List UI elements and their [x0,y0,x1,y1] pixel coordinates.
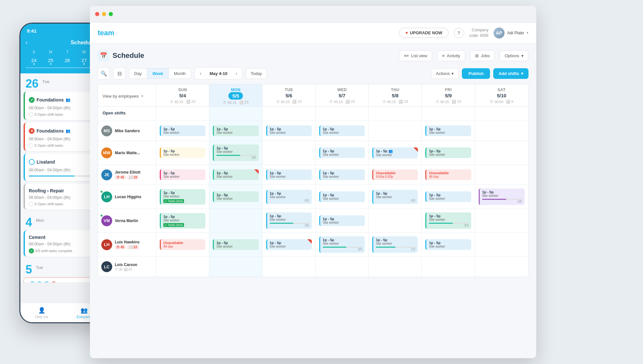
help-icon[interactable]: ? [454,28,464,38]
today-button[interactable]: Today [246,68,267,79]
jerome-tue: 1p - 5p Site worker [263,165,316,185]
shift-card[interactable]: 1p - 5p Site worker [425,147,471,158]
verna-avatar-wrapper: VM [101,215,112,226]
shift-card[interactable]: 1p - 5p Site worker 3/5 [213,145,258,161]
shift-card[interactable]: 1p - 5p Site worker [425,125,471,136]
company-info: Company code: 4556 [469,27,488,38]
publish-button[interactable]: Publish [462,68,490,79]
shift-card[interactable]: 1p - 5p Site worker [213,191,258,202]
open-shifts-sat [475,107,528,121]
shift-card[interactable]: 1p - 5p Site worker [266,125,312,136]
luis-fri: 1p - 5p Site worker [422,233,475,256]
week-button[interactable]: Week [147,69,169,79]
shift-card[interactable]: 1p - 5p Site worker 0/5 [266,190,312,204]
shift-card[interactable]: 1p - 5p Site worker [266,239,312,250]
shift-card[interactable]: 1p - 5p Site worker 3/5 [425,212,471,229]
jobs-icon: ⊞ [475,53,479,58]
verna-fri: 1p - 5p Site worker 3/5 [422,209,475,232]
shift-card[interactable]: 1p - 5p Site worker [160,125,205,136]
schedule-area: 📅 Schedule ≡≡ List view ≡ Activity ⊞ Job… [90,43,536,358]
mobile-date-26[interactable]: 26 [59,56,76,66]
shift-card[interactable]: 1p - 5p Site worker [213,239,258,250]
shift-card[interactable]: 1p - 5p Site worker ✓ Tasks done [160,189,205,205]
shift-card[interactable]: 1p - 5p Site worker 0/5 [372,190,418,204]
shift-card[interactable]: 1p - 5p Site worker [319,191,365,202]
verna-mon [209,209,262,232]
shift-title-cement: Cement [29,235,45,240]
actions-button[interactable]: Actions ▾ [431,68,459,79]
month-button[interactable]: Month [169,69,191,79]
shift-card[interactable]: 1p - 5p 👥 Site worker [372,147,418,158]
lois-tue [263,257,316,277]
open-shifts-fri [422,107,475,121]
shift-card[interactable]: 1p - 5p Site worker [319,169,365,180]
list-view-button[interactable]: ≡≡ List view [399,50,432,61]
verna-wed: 1p - 5p Site worker [316,209,369,232]
lois-meta: ⏱ 30 ⬜ 23 [115,268,132,271]
upgrade-button[interactable]: ♥ UPGRADE NOW [399,28,448,38]
emp-name-verna: Verna Martin [115,219,138,223]
day-button[interactable]: Day [129,69,147,79]
toolbar: 🔍 ⊟ Day Week Month ‹ May 4-10 › Today Ac… [98,67,529,80]
mobile-date-25[interactable]: 25 [42,56,59,66]
prev-week-button[interactable]: ‹ [196,68,205,79]
shift-card[interactable]: 1p - 5p Site worker 1/2 [372,236,418,253]
unavailable-card[interactable]: Unavailable 9:00a-5:00p [372,169,418,180]
mario-wed: 1p - 5p Site worker [316,141,369,165]
shift-card[interactable]: 1p - 5p Site worker [319,147,365,158]
unavail-avatar-plus: +4 [49,281,58,282]
shift-card[interactable]: 1p - 5p Site worker [319,215,365,226]
shift-card[interactable]: 1p - 5p Site worker ✓ Tasks done [160,213,205,229]
shift-card[interactable]: 1p - 5p Site worker [266,169,312,180]
day-label-tue: Tue [36,265,43,270]
open-shifts-row: Open shifts [98,107,528,121]
options-button[interactable]: Options ▾ [500,50,529,61]
shift-title-roofing: Roofing › Repair [29,188,64,193]
jerome-wed: 1p - 5p Site worker [316,165,369,185]
mobile-date-24[interactable]: 24 [26,56,42,66]
unavailable-card-luis[interactable]: Unavailable All day [160,239,205,250]
lucas-sun: 1p - 5p Site worker ✓ Tasks done [156,185,209,209]
lois-wed [316,257,369,277]
unavailable-card-2[interactable]: Unavailable All day [425,169,471,180]
shift-card[interactable]: 1p - 5p Site worker 3/5 [479,188,525,205]
shift-card[interactable]: 1p - 5p Site worker [213,125,258,136]
day-number-4: 4 [26,217,32,228]
only-me-label: Only me [35,315,48,319]
schedule-title: 📅 Schedule [98,50,144,61]
luis-sat [475,233,528,256]
emp-info-lucas: LH Lucas Higgins [98,185,156,209]
filter-button[interactable]: ⊟ [113,67,125,80]
mobile-back-button[interactable]: ‹ [26,39,27,46]
verna-thu [369,209,422,232]
search-button[interactable]: 🔍 [98,67,110,80]
lois-sun [156,257,209,277]
shift-card[interactable]: 1p - 5p Site worker [425,191,471,202]
jobs-button[interactable]: ⊞ Jobs [470,50,495,61]
mobile-nav-only-me[interactable]: 👤 Only me [20,303,63,322]
next-week-button[interactable]: › [232,68,241,79]
shift-card[interactable]: 1p - 5p Site worker [425,239,471,250]
activity-button[interactable]: ≡ Activity [437,50,465,61]
lucas-thu: 1p - 5p Site worker 0/5 [369,185,422,209]
shift-card[interactable]: 1p - 5p Site worker 3/5 [319,236,365,253]
open-shifts-mon [209,107,262,121]
shift-card[interactable]: 1p - 5p Site worker [160,147,205,158]
task-circle-roofing [29,202,33,206]
shift-card[interactable]: 1p - 5p Site worker [319,125,365,136]
shift-card[interactable]: 1p - 5p Site worker [213,169,258,180]
view-by-employees-header[interactable]: View by employees ▾ [98,84,156,106]
team-icon-2: 👥 [66,129,71,133]
actions-caret-icon: ▾ [452,71,454,76]
shift-card[interactable]: 1p - 5p Site worker 3/5 [266,212,312,229]
maximize-button[interactable] [109,12,113,16]
list-view-icon: ≡≡ [404,53,409,58]
emp-name-lucas: Lucas Higgins [115,195,141,199]
online-dot-verna [100,214,103,217]
minimize-button[interactable] [102,12,106,16]
shift-card[interactable]: 1p - 5p Site worker [160,169,205,180]
add-shifts-button[interactable]: Add shifts ▾ [493,68,529,79]
close-button[interactable] [95,12,99,16]
user-menu[interactable]: AP Adi Plato ▾ [494,27,529,38]
open-shifts-sun [156,107,209,121]
